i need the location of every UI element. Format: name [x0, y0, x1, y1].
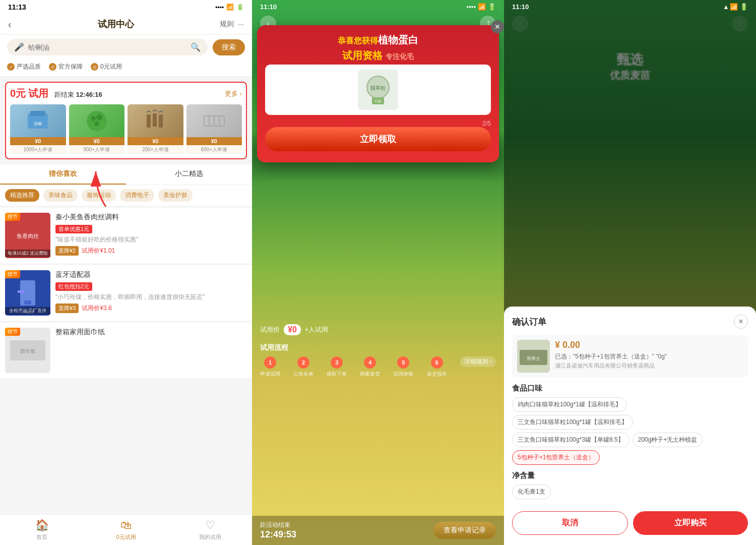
p1-header: ‹ 试用中心 规则 ···: [0, 14, 252, 35]
filter-beauty[interactable]: 美妆护肤: [158, 189, 193, 202]
modal-product-img: 营养土: [517, 340, 550, 373]
popup-product-name: 植物蛋白: [378, 34, 418, 45]
nav-my-trial[interactable]: ♡ 我的试用: [168, 519, 252, 541]
p1-header-right: 规则 ···: [220, 20, 244, 29]
option-salmon-3[interactable]: 三文鱼口味猫草粒100g*3罐【单罐8.5】: [512, 433, 629, 447]
svg-text:洗碗: 洗碗: [34, 122, 42, 126]
claim-button[interactable]: 立即领取: [265, 127, 491, 151]
card-info-1: 秦小美鱼香肉丝调料 首单优惠1元 "味道不错挺好吃的价格很实惠" 直降¥2 试用…: [55, 213, 247, 258]
option-200g[interactable]: 200g种子+无土种植盆: [633, 433, 703, 447]
trial-count-2: 900+人申请: [83, 145, 110, 154]
popup-reward: ✕ 恭喜您获得植物蛋白 试用资格 专注化毛 猫草粒 Cat 2/5 立即领取: [257, 25, 499, 162]
p2-countdown: 距活动结束 12:49:53: [260, 521, 296, 540]
card-name-2: 蓝牙适配器: [55, 270, 247, 279]
card-extra-1: 每满15减2 送运费险: [5, 250, 50, 257]
product-card-2[interactable]: 5.0蓝牙 猜节 全程产运 工厂直供 蓝牙适配器 红包抵扣2元 "小巧玲珑，价格…: [0, 265, 252, 321]
product-card-1[interactable]: 鱼香肉丝 猜节 每满15减2 送运费险 秦小美鱼香肉丝调料 首单优惠1元 "味道…: [0, 208, 252, 263]
view-records-button[interactable]: 查看申请记录: [433, 522, 496, 539]
trial-count-4: 600+人申请: [201, 145, 227, 154]
search-bar: 🎤 🔍 搜索: [0, 35, 252, 59]
filter-food[interactable]: 美味食品: [43, 189, 78, 202]
filter-selected[interactable]: 精选推荐: [5, 189, 39, 202]
tag-icon-2: ⊙: [49, 63, 56, 71]
more-link[interactable]: 更多 ›: [225, 89, 242, 98]
nav-home-label: 首页: [36, 533, 47, 541]
detail-rule-link[interactable]: 详细规则 ›: [460, 356, 496, 367]
trial-count-3: 200+人申请: [142, 145, 169, 154]
svg-rect-1: [30, 111, 45, 116]
food-section-title: 食品口味: [512, 384, 748, 393]
trial-product-2[interactable]: ¥0 900+人申请: [69, 104, 125, 154]
trial-product-3[interactable]: ¥0 200+人申请: [128, 104, 183, 154]
trial-price-row-1: 试用价¥1.01: [82, 247, 115, 255]
buy-now-button[interactable]: 立即购买: [633, 511, 748, 535]
svg-rect-9: [159, 114, 163, 128]
free-shi: 试用: [28, 88, 48, 99]
status-time-3: 11:10: [512, 3, 529, 11]
more-icon[interactable]: ···: [238, 20, 244, 28]
card-discount-row-1: 直降¥2 试用价¥1.01: [55, 246, 247, 256]
modal-close-button[interactable]: ×: [734, 315, 748, 329]
filter-electronics[interactable]: 消费电子: [120, 189, 154, 202]
quality-tags: ✓ 严选品质 ⊙ 官方保障 ◎ 0元试用: [0, 59, 252, 77]
free-trial-products: 洗碗 ¥0 1000+人申请 ¥0 900+人申请 ¥0 200+人申请: [10, 104, 242, 154]
step-1: 1 申请试用: [260, 356, 280, 378]
process-title: 试用流程: [260, 343, 496, 352]
status-icons-3: ▴ 📶 🔋: [724, 3, 748, 11]
card-info-2: 蓝牙适配器 红包抵扣2元 "小巧玲珑，价格实惠，即插即用，连接速度很快无延迟" …: [55, 270, 247, 316]
trial-product-4[interactable]: ¥0 600+人申请: [186, 104, 242, 154]
popup-close-button[interactable]: ✕: [491, 20, 504, 33]
product-card-3[interactable]: 面巾纸 猜节 整箱家用面巾纸: [0, 323, 252, 378]
tab-guess-like[interactable]: 猜你喜欢: [0, 164, 126, 185]
svg-text:Cat: Cat: [375, 99, 382, 103]
modal-product-info: ¥ 0.00 已选："5包种子+1包营养土（送盒）" "0g" 浦江县诺迪汽车用…: [555, 340, 743, 373]
option-chicken[interactable]: 鸡肉口味猫草粒100g*1罐【温和排毛】: [512, 397, 627, 412]
trial-price-4: ¥0: [186, 137, 242, 145]
tag-label-3: 0元试用: [100, 63, 122, 71]
step-circle-2: 2: [297, 356, 309, 369]
modal-title: 确认订单: [512, 316, 546, 328]
search-box[interactable]: 🎤 🔍: [7, 39, 208, 55]
step-circle-4: 4: [364, 356, 376, 369]
jiedian-badge-3: 猜节: [5, 328, 20, 336]
trial-price-2: ¥0: [69, 137, 125, 145]
card-img-wrap-2: 5.0蓝牙 猜节 全程产运 工厂直供: [5, 270, 50, 316]
page-title: 试用中心: [98, 18, 134, 30]
card-img-wrap-1: 鱼香肉丝 猜节 每满15减2 送运费险: [5, 213, 50, 258]
step-2: 2 公布名单: [293, 356, 313, 378]
battery-icon: 🔋: [236, 4, 244, 11]
signal-2: ▪▪▪▪: [467, 3, 476, 11]
trial-count-1: 1000+人申请: [23, 145, 52, 154]
tag-free: ◎ 0元试用: [91, 63, 122, 71]
food-options: 鸡肉口味猫草粒100g*1罐【温和排毛】 三文鱼口味猫草粒100g*1罐【温和排…: [512, 397, 748, 465]
option-chemical-brush[interactable]: 化毛膏1支: [512, 485, 551, 499]
trial-price-section: 试用价 ¥0 +人试用: [252, 320, 504, 339]
svg-point-5: [96, 114, 102, 120]
filter-sports[interactable]: 服饰运动: [82, 189, 116, 202]
trial-price-value: ¥0: [284, 324, 301, 335]
card-name-3: 整箱家用面巾纸: [55, 328, 247, 337]
cancel-button[interactable]: 取消: [512, 511, 628, 535]
card-discount-row-2: 直降¥3 试用价¥3.8: [55, 304, 247, 313]
nav-home[interactable]: 🏠 首页: [0, 519, 84, 541]
option-salmon-1[interactable]: 三文鱼口味猫草粒100g*1罐【温和排毛】: [512, 415, 633, 430]
card-name-1: 秦小美鱼香肉丝调料: [55, 213, 247, 222]
home-icon: 🏠: [35, 519, 49, 532]
discount-2: 直降¥3: [55, 304, 79, 313]
back-button[interactable]: ‹: [8, 19, 12, 30]
card-badge-1: 首单优惠1元: [55, 225, 92, 233]
free-trial-section: 0元 试用 距结束 12:46:16 更多 › 洗碗 ¥0 1000+人申请 ¥…: [5, 82, 247, 159]
step-label-6: 提交报告: [427, 371, 447, 378]
rule-link[interactable]: 规则: [220, 20, 234, 29]
option-5pack-selected[interactable]: 5包种子+1包营养土（送盒）: [512, 450, 600, 465]
nav-free-trial[interactable]: 🛍 0元试用: [84, 519, 168, 541]
mic-icon[interactable]: 🎤: [14, 42, 24, 52]
popup-sub-detail: 专注化毛: [386, 52, 414, 60]
tab-selection[interactable]: 小二精选: [126, 164, 252, 185]
status-bar-2: 11:10 ▪▪▪▪ 📶 🔋: [252, 0, 504, 14]
trial-product-1[interactable]: 洗碗 ¥0 1000+人申请: [10, 104, 66, 154]
card-img-wrap-3: 面巾纸 猜节: [5, 328, 50, 373]
search-button[interactable]: 搜索: [213, 39, 245, 55]
svg-rect-7: [147, 114, 151, 128]
search-input[interactable]: [28, 43, 186, 51]
